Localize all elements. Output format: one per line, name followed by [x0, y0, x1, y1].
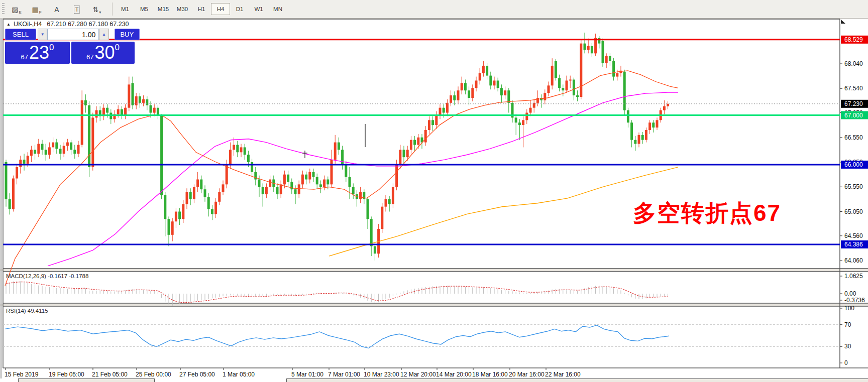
chart-tab[interactable]	[286, 378, 868, 382]
main-toolbar: ▨E▦FAT⇅▾ M1M5M15M30H1H4D1W1MN	[0, 0, 868, 19]
one-click-trading-panel: SELL ▼ 1.00 ▲ BUY 67 23 0 67 30 0	[5, 29, 140, 64]
svg-text:18 Mar 16:00: 18 Mar 16:00	[472, 371, 508, 378]
timeframe-button-M5[interactable]: M5	[135, 3, 154, 15]
svg-text:-0.3736: -0.3736	[844, 297, 865, 304]
svg-text:68.529: 68.529	[844, 36, 863, 43]
svg-text:25 Feb 00:00: 25 Feb 00:00	[136, 371, 171, 378]
timeframe-button-MN[interactable]: MN	[268, 3, 287, 15]
svg-text:7 Mar 01:00: 7 Mar 01:00	[328, 371, 360, 378]
candles-layer	[5, 33, 670, 261]
price-tag-66.000: 66.000	[841, 161, 868, 169]
svg-text:68.040: 68.040	[844, 60, 863, 67]
ohlc-values: 67.210 67.280 67.180 67.230	[47, 21, 129, 28]
svg-text:64.060: 64.060	[844, 257, 863, 264]
buy-price-prefix: 67	[86, 53, 93, 61]
svg-text:67.000: 67.000	[844, 112, 863, 119]
svg-text:67.230: 67.230	[844, 100, 863, 107]
volume-decrease-button[interactable]: ▼	[38, 29, 47, 40]
svg-text:0: 0	[844, 359, 848, 366]
svg-text:14 Mar 20:00: 14 Mar 20:00	[436, 371, 472, 378]
toolbar-grid-icon[interactable]: ▦F	[27, 3, 47, 16]
timeframe-button-M30[interactable]: M30	[173, 3, 192, 15]
timeframe-button-W1[interactable]: W1	[249, 3, 268, 15]
price-tag-68.529: 68.529	[841, 36, 868, 44]
price-tag-67.000: 67.000	[841, 111, 868, 119]
collapse-triangle-icon[interactable]: ▲	[7, 22, 11, 27]
svg-text:1 Mar 05:00: 1 Mar 05:00	[223, 371, 255, 378]
toolbar-text-icon[interactable]: A	[47, 3, 67, 16]
buy-price-quote[interactable]: 67 30 0	[71, 42, 135, 64]
timeframe-button-M1[interactable]: M1	[116, 3, 135, 15]
sell-price-quote[interactable]: 67 23 0	[5, 42, 70, 64]
ma-fast-line	[5, 71, 678, 286]
svg-text:30: 30	[844, 343, 851, 350]
chart-annotation-text: 多空转折点67	[633, 198, 781, 229]
timeframe-group: M1M5M15M30H1H4D1W1MN	[116, 3, 287, 15]
buy-button[interactable]: BUY	[115, 29, 140, 40]
sell-button[interactable]: SELL	[5, 29, 36, 40]
svg-text:100: 100	[844, 305, 854, 312]
timeframe-button-M15[interactable]: M15	[154, 3, 173, 15]
svg-text:64.386: 64.386	[844, 241, 863, 248]
bottom-tab-strip	[0, 378, 868, 382]
volume-increase-button[interactable]: ▲	[99, 29, 108, 40]
svg-text:27 Feb 05:00: 27 Feb 05:00	[179, 371, 215, 378]
svg-text:0.00: 0.00	[844, 290, 856, 297]
chart-tab[interactable]	[18, 378, 155, 382]
sell-price-pip: 0	[49, 43, 54, 53]
timeframe-button-H4[interactable]: H4	[211, 3, 230, 15]
svg-text:19 Feb 05:00: 19 Feb 05:00	[49, 371, 84, 378]
time-axis[interactable]: 15 Feb 201919 Feb 05:0021 Feb 05:0025 Fe…	[5, 368, 581, 378]
svg-text:20 Mar 16:00: 20 Mar 16:00	[509, 371, 545, 378]
price-tag-67.230: 67.230	[841, 100, 868, 108]
timeframe-button-D1[interactable]: D1	[230, 3, 249, 15]
volume-input[interactable]: 1.00	[47, 29, 99, 40]
toolbar-sort-arrows-icon[interactable]: ⇅▾	[87, 3, 107, 16]
buy-price-main: 30	[94, 43, 115, 63]
svg-text:5 Mar 01:00: 5 Mar 01:00	[291, 371, 323, 378]
toolbar-separator	[112, 3, 113, 16]
price-tag-64.386: 64.386	[841, 240, 868, 248]
svg-text:65.550: 65.550	[844, 183, 863, 190]
ma-mid-line	[48, 92, 678, 266]
toolbar-line-studies-icon[interactable]: ▨E	[7, 3, 27, 16]
svg-text:15 Feb 2019: 15 Feb 2019	[5, 371, 39, 378]
chart-title: ▲ UKOil-,H4 67.210 67.280 67.180 67.230	[7, 21, 129, 28]
svg-text:70: 70	[844, 321, 851, 328]
timeframe-button-H1[interactable]: H1	[192, 3, 211, 15]
macd-signal-line	[6, 282, 668, 303]
svg-text:66.000: 66.000	[844, 161, 863, 168]
rsi-line	[5, 325, 669, 348]
svg-text:1.0625: 1.0625	[844, 273, 863, 280]
svg-text:66.550: 66.550	[844, 134, 863, 141]
sell-price-main: 23	[29, 43, 49, 63]
symbol-timeframe-label: UKOil-,H4	[14, 21, 42, 28]
rsi-indicator-label: RSI(14) 49.4115	[6, 308, 48, 314]
buy-price-pip: 0	[115, 43, 120, 53]
sell-price-prefix: 67	[21, 53, 28, 61]
svg-text:65.050: 65.050	[844, 208, 863, 215]
macd-indicator-label: MACD(12,26,9) -0.1617 -0.1788	[6, 273, 88, 279]
toolbar-grip[interactable]	[2, 3, 5, 15]
svg-text:12 Mar 20:00: 12 Mar 20:00	[400, 371, 436, 378]
svg-text:67.540: 67.540	[844, 85, 863, 92]
svg-text:10 Mar 23:00: 10 Mar 23:00	[364, 371, 399, 378]
svg-text:64.560: 64.560	[844, 232, 863, 239]
toolbar-icon-group: ▨E▦FAT⇅▾	[7, 3, 107, 16]
toolbar-text-label-icon[interactable]: T	[67, 3, 87, 16]
svg-text:22 Mar 16:00: 22 Mar 16:00	[545, 371, 581, 378]
svg-text:21 Feb 05:00: 21 Feb 05:00	[92, 371, 128, 378]
